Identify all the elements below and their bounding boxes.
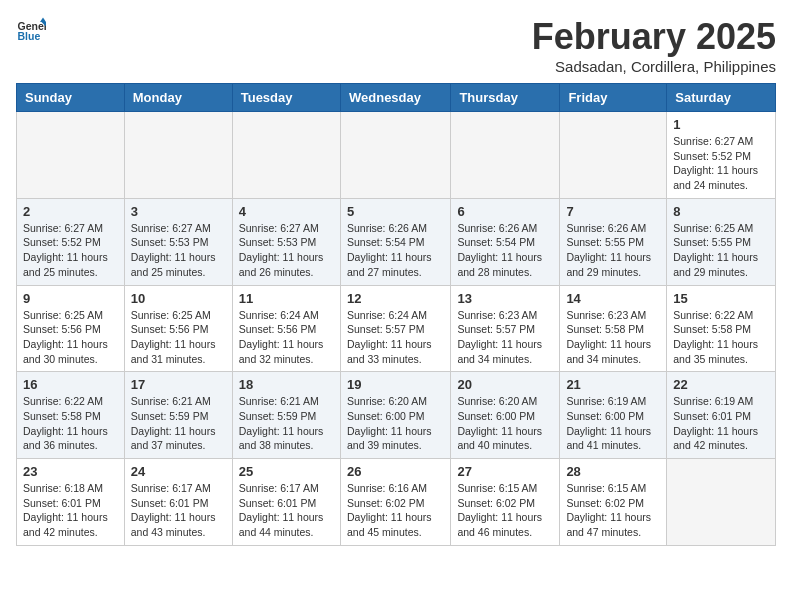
calendar-day-cell: 4Sunrise: 6:27 AM Sunset: 5:53 PM Daylig… xyxy=(232,198,340,285)
svg-text:Blue: Blue xyxy=(18,30,41,42)
day-info: Sunrise: 6:25 AM Sunset: 5:55 PM Dayligh… xyxy=(673,221,769,280)
day-number: 20 xyxy=(457,377,553,392)
day-number: 9 xyxy=(23,291,118,306)
day-number: 16 xyxy=(23,377,118,392)
calendar-day-cell: 26Sunrise: 6:16 AM Sunset: 6:02 PM Dayli… xyxy=(340,459,450,546)
calendar-day-cell: 13Sunrise: 6:23 AM Sunset: 5:57 PM Dayli… xyxy=(451,285,560,372)
weekday-header: Monday xyxy=(124,84,232,112)
day-number: 21 xyxy=(566,377,660,392)
calendar-day-cell: 10Sunrise: 6:25 AM Sunset: 5:56 PM Dayli… xyxy=(124,285,232,372)
day-info: Sunrise: 6:18 AM Sunset: 6:01 PM Dayligh… xyxy=(23,481,118,540)
day-number: 28 xyxy=(566,464,660,479)
day-number: 27 xyxy=(457,464,553,479)
day-number: 7 xyxy=(566,204,660,219)
day-number: 14 xyxy=(566,291,660,306)
day-number: 1 xyxy=(673,117,769,132)
calendar-day-cell: 20Sunrise: 6:20 AM Sunset: 6:00 PM Dayli… xyxy=(451,372,560,459)
day-info: Sunrise: 6:21 AM Sunset: 5:59 PM Dayligh… xyxy=(239,394,334,453)
calendar-week-row: 9Sunrise: 6:25 AM Sunset: 5:56 PM Daylig… xyxy=(17,285,776,372)
calendar-day-cell: 21Sunrise: 6:19 AM Sunset: 6:00 PM Dayli… xyxy=(560,372,667,459)
calendar-day-cell: 22Sunrise: 6:19 AM Sunset: 6:01 PM Dayli… xyxy=(667,372,776,459)
day-number: 15 xyxy=(673,291,769,306)
day-info: Sunrise: 6:20 AM Sunset: 6:00 PM Dayligh… xyxy=(347,394,444,453)
day-info: Sunrise: 6:19 AM Sunset: 6:01 PM Dayligh… xyxy=(673,394,769,453)
calendar-day-cell xyxy=(232,112,340,199)
calendar-day-cell: 19Sunrise: 6:20 AM Sunset: 6:00 PM Dayli… xyxy=(340,372,450,459)
day-number: 2 xyxy=(23,204,118,219)
page-header: General Blue February 2025 Sadsadan, Cor… xyxy=(16,16,776,75)
calendar-day-cell: 6Sunrise: 6:26 AM Sunset: 5:54 PM Daylig… xyxy=(451,198,560,285)
calendar-day-cell: 27Sunrise: 6:15 AM Sunset: 6:02 PM Dayli… xyxy=(451,459,560,546)
day-number: 26 xyxy=(347,464,444,479)
day-info: Sunrise: 6:15 AM Sunset: 6:02 PM Dayligh… xyxy=(566,481,660,540)
calendar-day-cell xyxy=(340,112,450,199)
calendar-week-row: 2Sunrise: 6:27 AM Sunset: 5:52 PM Daylig… xyxy=(17,198,776,285)
calendar-day-cell: 25Sunrise: 6:17 AM Sunset: 6:01 PM Dayli… xyxy=(232,459,340,546)
weekday-header: Tuesday xyxy=(232,84,340,112)
calendar-week-row: 16Sunrise: 6:22 AM Sunset: 5:58 PM Dayli… xyxy=(17,372,776,459)
day-number: 23 xyxy=(23,464,118,479)
day-info: Sunrise: 6:27 AM Sunset: 5:53 PM Dayligh… xyxy=(131,221,226,280)
weekday-header: Saturday xyxy=(667,84,776,112)
day-number: 18 xyxy=(239,377,334,392)
calendar-day-cell: 2Sunrise: 6:27 AM Sunset: 5:52 PM Daylig… xyxy=(17,198,125,285)
calendar-day-cell xyxy=(451,112,560,199)
weekday-header-row: SundayMondayTuesdayWednesdayThursdayFrid… xyxy=(17,84,776,112)
day-number: 24 xyxy=(131,464,226,479)
calendar-day-cell: 12Sunrise: 6:24 AM Sunset: 5:57 PM Dayli… xyxy=(340,285,450,372)
day-number: 6 xyxy=(457,204,553,219)
day-number: 5 xyxy=(347,204,444,219)
weekday-header: Sunday xyxy=(17,84,125,112)
day-info: Sunrise: 6:25 AM Sunset: 5:56 PM Dayligh… xyxy=(131,308,226,367)
day-info: Sunrise: 6:16 AM Sunset: 6:02 PM Dayligh… xyxy=(347,481,444,540)
day-number: 13 xyxy=(457,291,553,306)
logo: General Blue xyxy=(16,16,46,46)
day-info: Sunrise: 6:25 AM Sunset: 5:56 PM Dayligh… xyxy=(23,308,118,367)
calendar-day-cell: 3Sunrise: 6:27 AM Sunset: 5:53 PM Daylig… xyxy=(124,198,232,285)
weekday-header: Wednesday xyxy=(340,84,450,112)
calendar-week-row: 23Sunrise: 6:18 AM Sunset: 6:01 PM Dayli… xyxy=(17,459,776,546)
day-number: 8 xyxy=(673,204,769,219)
calendar-day-cell: 5Sunrise: 6:26 AM Sunset: 5:54 PM Daylig… xyxy=(340,198,450,285)
day-number: 25 xyxy=(239,464,334,479)
calendar-day-cell: 11Sunrise: 6:24 AM Sunset: 5:56 PM Dayli… xyxy=(232,285,340,372)
day-info: Sunrise: 6:27 AM Sunset: 5:53 PM Dayligh… xyxy=(239,221,334,280)
day-info: Sunrise: 6:23 AM Sunset: 5:58 PM Dayligh… xyxy=(566,308,660,367)
calendar-day-cell: 16Sunrise: 6:22 AM Sunset: 5:58 PM Dayli… xyxy=(17,372,125,459)
day-number: 22 xyxy=(673,377,769,392)
day-number: 3 xyxy=(131,204,226,219)
calendar-day-cell: 18Sunrise: 6:21 AM Sunset: 5:59 PM Dayli… xyxy=(232,372,340,459)
day-info: Sunrise: 6:26 AM Sunset: 5:54 PM Dayligh… xyxy=(347,221,444,280)
calendar-day-cell: 8Sunrise: 6:25 AM Sunset: 5:55 PM Daylig… xyxy=(667,198,776,285)
day-info: Sunrise: 6:26 AM Sunset: 5:55 PM Dayligh… xyxy=(566,221,660,280)
day-number: 10 xyxy=(131,291,226,306)
calendar-table: SundayMondayTuesdayWednesdayThursdayFrid… xyxy=(16,83,776,546)
day-info: Sunrise: 6:17 AM Sunset: 6:01 PM Dayligh… xyxy=(239,481,334,540)
calendar-day-cell xyxy=(667,459,776,546)
logo-icon: General Blue xyxy=(16,16,46,46)
day-info: Sunrise: 6:26 AM Sunset: 5:54 PM Dayligh… xyxy=(457,221,553,280)
calendar-day-cell: 14Sunrise: 6:23 AM Sunset: 5:58 PM Dayli… xyxy=(560,285,667,372)
day-info: Sunrise: 6:22 AM Sunset: 5:58 PM Dayligh… xyxy=(23,394,118,453)
location-title: Sadsadan, Cordillera, Philippines xyxy=(532,58,776,75)
day-number: 19 xyxy=(347,377,444,392)
calendar-day-cell xyxy=(17,112,125,199)
day-info: Sunrise: 6:20 AM Sunset: 6:00 PM Dayligh… xyxy=(457,394,553,453)
weekday-header: Thursday xyxy=(451,84,560,112)
calendar-day-cell: 17Sunrise: 6:21 AM Sunset: 5:59 PM Dayli… xyxy=(124,372,232,459)
calendar-day-cell: 7Sunrise: 6:26 AM Sunset: 5:55 PM Daylig… xyxy=(560,198,667,285)
day-info: Sunrise: 6:23 AM Sunset: 5:57 PM Dayligh… xyxy=(457,308,553,367)
day-number: 12 xyxy=(347,291,444,306)
day-info: Sunrise: 6:19 AM Sunset: 6:00 PM Dayligh… xyxy=(566,394,660,453)
day-info: Sunrise: 6:22 AM Sunset: 5:58 PM Dayligh… xyxy=(673,308,769,367)
weekday-header: Friday xyxy=(560,84,667,112)
day-info: Sunrise: 6:24 AM Sunset: 5:57 PM Dayligh… xyxy=(347,308,444,367)
calendar-day-cell xyxy=(124,112,232,199)
calendar-day-cell: 9Sunrise: 6:25 AM Sunset: 5:56 PM Daylig… xyxy=(17,285,125,372)
calendar-day-cell: 23Sunrise: 6:18 AM Sunset: 6:01 PM Dayli… xyxy=(17,459,125,546)
calendar-day-cell: 15Sunrise: 6:22 AM Sunset: 5:58 PM Dayli… xyxy=(667,285,776,372)
calendar-day-cell xyxy=(560,112,667,199)
day-info: Sunrise: 6:27 AM Sunset: 5:52 PM Dayligh… xyxy=(673,134,769,193)
calendar-week-row: 1Sunrise: 6:27 AM Sunset: 5:52 PM Daylig… xyxy=(17,112,776,199)
day-info: Sunrise: 6:17 AM Sunset: 6:01 PM Dayligh… xyxy=(131,481,226,540)
